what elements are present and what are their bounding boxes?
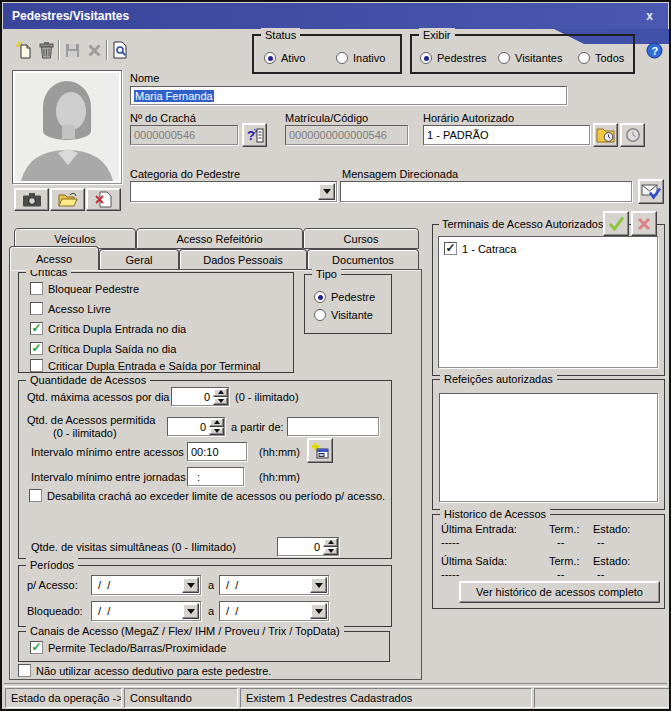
toolbar-separator — [58, 40, 60, 60]
terminais-confirm-button[interactable] — [603, 211, 629, 236]
checkbox-critica-dupla-entrada[interactable]: Crítica Dupla Entrada no dia — [30, 322, 186, 335]
radio-pedestres[interactable]: Pedestres — [420, 52, 487, 64]
spinner-down-button[interactable] — [209, 427, 224, 436]
new-record-button[interactable] — [14, 40, 34, 60]
dropdown-button[interactable] — [182, 577, 199, 593]
terminais-cancel-button[interactable] — [631, 211, 657, 236]
estado-value: -- — [597, 568, 604, 580]
checkbox-permite-teclado[interactable]: Permite Teclado/Barras/Proximidade — [30, 641, 226, 654]
mensagem-input[interactable] — [340, 181, 632, 202]
checkbox-box[interactable] — [29, 489, 42, 502]
capture-photo-button[interactable] — [14, 188, 49, 211]
checkbox-box[interactable] — [30, 322, 43, 335]
radio-todos[interactable]: Todos — [578, 52, 624, 64]
radio-visitantes[interactable]: Visitantes — [498, 52, 563, 64]
radio-visitantes-circle[interactable] — [498, 52, 510, 64]
categoria-combobox[interactable] — [130, 181, 337, 202]
periodo-bloqueado-ate-combobox[interactable]: / / — [219, 601, 329, 621]
horario-input[interactable]: 1 - PADRÃO — [423, 125, 590, 145]
periodo-bloqueado-de-combobox[interactable]: / / — [91, 601, 201, 621]
intervalo-jornadas-input[interactable]: : — [187, 467, 244, 486]
qtd-permitida-sublabel: (0 - ilimitado) — [53, 427, 117, 439]
tab-documentos[interactable]: Documentos — [307, 249, 419, 269]
ver-historico-button[interactable]: Ver histórico de acessos completo — [459, 581, 660, 603]
spinner-down-button[interactable] — [323, 547, 338, 556]
terminal-list-item[interactable]: 1 - Catraca — [444, 242, 516, 255]
visitas-spinner[interactable]: 0 — [277, 537, 339, 556]
checkbox-box[interactable] — [18, 664, 31, 677]
checkbox-box[interactable] — [30, 342, 43, 355]
spinner-up-button[interactable] — [213, 388, 228, 397]
checkbox-box[interactable] — [30, 641, 43, 654]
checkbox-box[interactable] — [30, 282, 43, 295]
tab-acesso[interactable]: Acesso — [9, 246, 99, 270]
radio-ativo[interactable]: Ativo — [264, 52, 305, 64]
radio-circle[interactable] — [314, 291, 326, 303]
horario-value: 1 - PADRÃO — [427, 129, 489, 141]
radio-inativo[interactable]: Inativo — [336, 52, 385, 64]
add-interval-button[interactable] — [307, 438, 333, 463]
spinner-up-button[interactable] — [209, 418, 224, 427]
checkbox-bloquear-pedestre[interactable]: Bloquear Pedestre — [30, 282, 139, 295]
checkbox-box[interactable] — [444, 242, 457, 255]
estado-label: Estado: — [593, 523, 630, 535]
open-photo-button[interactable] — [50, 188, 85, 211]
refeicoes-list[interactable] — [439, 393, 658, 502]
terminais-list[interactable]: 1 - Catraca — [438, 236, 658, 368]
checkbox-criticar-dupla-terminal[interactable]: Criticar Dupla Entrada e Saída por Termi… — [30, 359, 261, 372]
tab-dados-pessoais[interactable]: Dados Pessoais — [179, 249, 307, 269]
radio-pedestres-circle[interactable] — [420, 52, 432, 64]
checkbox-label: Crítica Dupla Entrada no dia — [48, 323, 186, 335]
title-bar: Pedestres/Visitantes x — [3, 3, 668, 29]
qtd-maxima-spinner[interactable]: 0 — [171, 387, 229, 406]
checkbox-box[interactable] — [30, 302, 43, 315]
qtd-permitida-spinner[interactable]: 0 — [167, 417, 225, 436]
dropdown-button[interactable] — [310, 603, 327, 619]
help-button[interactable]: ? — [646, 42, 663, 59]
intervalo-acessos-value: 00:10 — [191, 446, 219, 458]
delete-record-button[interactable] — [36, 40, 56, 60]
statusbar-panel-extra — [534, 688, 670, 708]
radio-tipo-pedestre[interactable]: Pedestre — [314, 291, 375, 303]
ultima-saida-label: Última Saída: — [441, 555, 507, 567]
radio-inativo-circle[interactable] — [336, 52, 348, 64]
radio-circle[interactable] — [314, 309, 326, 321]
tab-acesso-refeitorio[interactable]: Acesso Refeitório — [136, 228, 303, 249]
checkbox-box[interactable] — [30, 359, 43, 372]
periodo-acesso-ate-combobox[interactable]: / / — [219, 575, 329, 595]
radio-ativo-circle[interactable] — [264, 52, 276, 64]
date-value: / / — [92, 576, 181, 594]
save-icon — [64, 42, 81, 59]
schedule-folder-button[interactable] — [593, 123, 618, 147]
radio-todos-circle[interactable] — [578, 52, 590, 64]
dropdown-button[interactable] — [310, 577, 327, 593]
radio-inativo-label: Inativo — [353, 52, 385, 64]
confirm-check-icon — [608, 216, 625, 231]
categoria-dropdown-button[interactable] — [318, 183, 335, 200]
close-icon[interactable]: x — [640, 9, 659, 23]
apartir-input[interactable] — [287, 417, 379, 436]
tab-geral[interactable]: Geral — [99, 249, 179, 269]
periodo-acesso-de-combobox[interactable]: / / — [91, 575, 201, 595]
tab-cursos[interactable]: Cursos — [303, 228, 419, 249]
ultima-entrada-value: ----- — [441, 536, 459, 548]
radio-tipo-visitante[interactable]: Visitante — [314, 309, 373, 321]
checkbox-acesso-livre[interactable]: Acesso Livre — [30, 302, 111, 315]
nome-input[interactable]: Maria Fernanda — [130, 86, 567, 105]
matricula-label: Matrícula/Código — [285, 112, 368, 124]
checkbox-desabilita-cracha[interactable]: Desabilita crachá ao exceder limite de a… — [29, 489, 385, 502]
spinner-down-button[interactable] — [213, 397, 228, 406]
dropdown-button[interactable] — [182, 603, 199, 619]
ver-historico-button-label: Ver histórico de acessos completo — [476, 586, 643, 598]
preview-button[interactable] — [110, 40, 130, 60]
checkbox-nao-dedutivo[interactable]: Não utilizar acesso dedutivo para este p… — [18, 664, 271, 677]
arrow-up-icon — [218, 390, 224, 394]
badge-search-button[interactable]: ? — [242, 123, 267, 147]
intervalo-acessos-input[interactable]: 00:10 — [187, 442, 247, 461]
message-send-button[interactable] — [638, 179, 664, 204]
spinner-up-button[interactable] — [323, 538, 338, 547]
remove-photo-button[interactable] — [86, 188, 121, 211]
nome-label: Nome — [130, 72, 159, 84]
arrow-down-icon — [218, 399, 224, 403]
checkbox-critica-dupla-saida[interactable]: Crítica Dupla Saída no dia — [30, 342, 176, 355]
